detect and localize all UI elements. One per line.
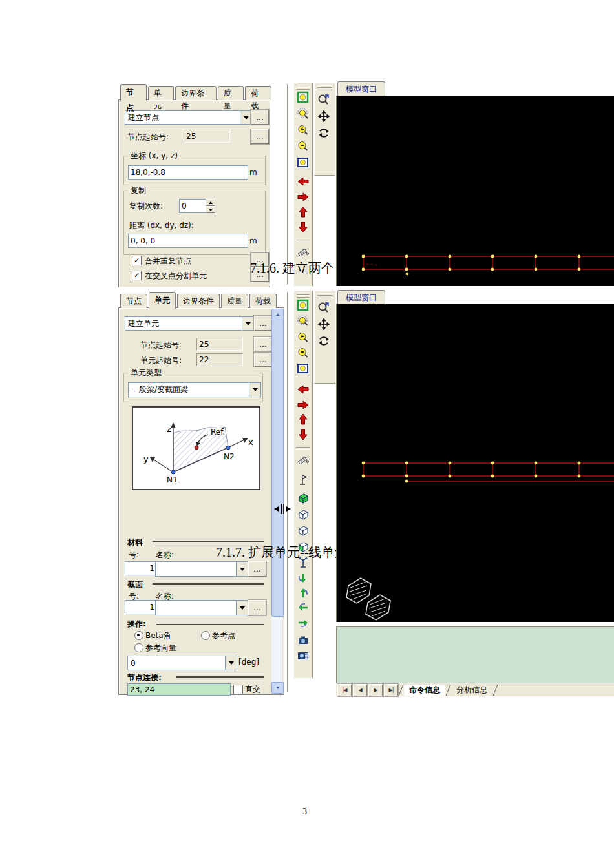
pan-tool-icon[interactable] xyxy=(317,109,331,123)
zoom-dynamic-icon[interactable] xyxy=(296,107,310,121)
rotate-up-icon[interactable] xyxy=(296,586,310,600)
section-no-field[interactable]: 1 xyxy=(125,600,157,614)
ref-vector-radio[interactable] xyxy=(134,643,143,652)
ref-point-radio[interactable] xyxy=(201,631,210,640)
pan-down-icon[interactable] xyxy=(296,428,310,442)
zoom-window-icon[interactable] xyxy=(296,156,310,170)
material-more[interactable]: ... xyxy=(248,561,266,577)
mode-select[interactable]: 建立节点 xyxy=(125,110,252,125)
zoom-dynamic-icon[interactable] xyxy=(296,315,310,329)
first-tab-icon[interactable]: |◀ xyxy=(337,684,352,696)
chevron-down-icon[interactable] xyxy=(236,601,248,615)
pan-left-icon[interactable] xyxy=(296,382,310,397)
elem-type-select[interactable]: 一般梁/变截面梁 xyxy=(128,382,261,397)
message-pane[interactable] xyxy=(336,626,614,685)
hidden-line-cube-icon[interactable] xyxy=(296,524,310,538)
angle-select[interactable]: 0 xyxy=(127,656,237,670)
n1-label: N1 xyxy=(167,475,178,484)
tab-mass[interactable]: 质量 xyxy=(218,86,244,100)
panel-scrollbar[interactable] xyxy=(271,309,282,694)
rotate-tool-icon[interactable] xyxy=(317,334,331,348)
model-canvas-1[interactable] xyxy=(336,96,614,286)
distance-input[interactable]: 0, 0, 0 xyxy=(128,234,248,248)
panel-splitter[interactable] xyxy=(287,84,291,285)
zoom-fit-icon[interactable] xyxy=(296,298,310,313)
pan-up-icon[interactable] xyxy=(296,205,310,219)
panel-splitter-2[interactable] xyxy=(287,292,291,692)
record-camera-icon[interactable] xyxy=(296,648,310,662)
chevron-down-icon[interactable] xyxy=(242,317,253,330)
tab-load-2[interactable]: 荷载 xyxy=(249,294,277,308)
section-name-select[interactable] xyxy=(155,600,248,615)
pan-left-icon[interactable] xyxy=(296,174,310,189)
prev-tab-icon[interactable]: ◀ xyxy=(353,684,367,696)
rotate-tool-icon[interactable] xyxy=(317,126,331,140)
zoom-in-icon[interactable] xyxy=(296,123,310,138)
page-number: 3 xyxy=(302,807,307,817)
material-no-field[interactable]: 1 xyxy=(125,561,157,575)
pan-tool-icon[interactable] xyxy=(317,317,331,331)
scroll-down-icon[interactable] xyxy=(271,682,284,694)
node-flag-icon[interactable] xyxy=(296,473,310,487)
tab-mass-2[interactable]: 质量 xyxy=(221,294,248,308)
zoom-out-icon[interactable] xyxy=(296,140,310,154)
ref-point-label: 参考点 xyxy=(212,630,235,641)
tab-element[interactable]: 单元 xyxy=(148,86,175,100)
material-name-select[interactable] xyxy=(155,561,248,577)
elem-start-field[interactable]: 22 xyxy=(196,353,243,366)
solid-cube-icon[interactable] xyxy=(296,491,310,506)
pan-down-icon[interactable] xyxy=(296,220,310,234)
pan-up-icon[interactable] xyxy=(296,412,310,426)
mode-more-button-2[interactable]: ... xyxy=(254,316,272,331)
render-brush-icon[interactable] xyxy=(296,245,310,260)
tab-command-info[interactable]: 命令信息 xyxy=(404,685,445,696)
tab-analysis-info[interactable]: 分析信息 xyxy=(451,685,492,696)
mode-select-2[interactable]: 建立单元 xyxy=(125,316,254,331)
zoom-window-icon[interactable] xyxy=(296,362,310,376)
pan-right-icon[interactable] xyxy=(296,398,310,412)
ortho-checkbox[interactable] xyxy=(233,685,243,694)
node-start-field-2[interactable]: 25 xyxy=(196,338,243,351)
next-tab-icon[interactable]: ▶ xyxy=(368,684,383,696)
tab-element-2[interactable]: 单元 xyxy=(149,292,176,309)
camera-icon[interactable] xyxy=(296,633,310,647)
zoom-tool-icon[interactable] xyxy=(317,92,331,107)
elem-start-more[interactable]: ... xyxy=(254,353,272,367)
zoom-out-icon[interactable] xyxy=(296,346,310,360)
model-canvas-2[interactable] xyxy=(336,304,614,622)
zoom-tool-icon[interactable] xyxy=(317,300,331,315)
pan-right-icon[interactable] xyxy=(296,190,310,204)
zoom-fit-icon[interactable] xyxy=(296,90,310,105)
rotate-left-icon[interactable] xyxy=(296,601,310,615)
node-connect-input[interactable]: 23, 24 xyxy=(127,683,231,696)
render-brush-icon[interactable] xyxy=(296,453,310,468)
chevron-down-icon[interactable] xyxy=(240,111,251,124)
chevron-down-icon[interactable] xyxy=(236,562,248,576)
rotate-right-icon[interactable] xyxy=(296,615,310,630)
tab-node[interactable]: 节点 xyxy=(120,84,147,101)
tab-load[interactable]: 荷载 xyxy=(245,86,271,100)
rotate-down-icon[interactable] xyxy=(296,571,310,585)
section-more[interactable]: ... xyxy=(248,600,266,615)
scrollbar-thumb[interactable] xyxy=(271,320,284,617)
chevron-down-icon[interactable] xyxy=(249,383,260,397)
coord-input[interactable]: 18,0,-0.8 xyxy=(128,165,248,180)
copy-count-stepper[interactable] xyxy=(206,199,215,213)
node-start-more-2[interactable]: ... xyxy=(254,337,272,351)
tab-boundary[interactable]: 边界条件 xyxy=(175,86,216,100)
model-window-tab-1[interactable]: 模型窗口 xyxy=(337,81,385,97)
stepper-up-icon xyxy=(206,199,215,206)
zoom-in-icon[interactable] xyxy=(296,331,310,345)
merge-nodes-checkbox[interactable]: ✓ xyxy=(132,256,142,265)
node-start-field[interactable]: 25 xyxy=(184,130,230,143)
wireframe-cube-icon[interactable] xyxy=(296,508,310,522)
beta-angle-radio[interactable] xyxy=(134,631,143,640)
chevron-down-icon[interactable] xyxy=(225,656,237,670)
model-window-tab-2[interactable]: 模型窗口 xyxy=(337,290,385,305)
last-tab-icon[interactable]: ▶| xyxy=(384,684,398,696)
scroll-up-icon[interactable] xyxy=(271,309,284,320)
tab-boundary-2[interactable]: 边界条件 xyxy=(177,294,220,308)
node-start-more-button[interactable]: ... xyxy=(251,129,269,144)
divide-elements-checkbox[interactable]: ✓ xyxy=(132,271,142,280)
tab-node-2[interactable]: 节点 xyxy=(120,294,147,308)
